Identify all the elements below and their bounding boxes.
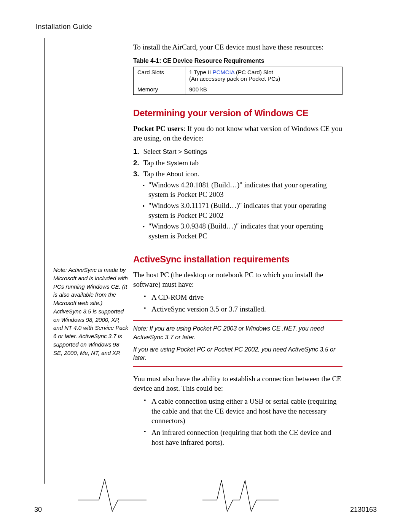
list-item: A cable connection using either a USB or…	[144, 396, 342, 426]
list-item: 2. Tap the System tab	[133, 158, 342, 168]
ui-label: System	[166, 160, 188, 167]
bullet-list: A cable connection using either a USB or…	[133, 396, 342, 447]
text: Tap the	[143, 170, 166, 178]
body-paragraph: You must also have the ability to establ…	[133, 374, 342, 393]
intro-paragraph: To install the AirCard, your CE device m…	[133, 42, 342, 52]
list-item: ActiveSync version 3.5 or 3.7 installed.	[144, 304, 342, 314]
requirements-table: Card Slots 1 Type II PCMCIA (PC Card) Sl…	[133, 67, 342, 95]
table-cell-label: Memory	[134, 84, 185, 94]
header-title: Installation Guide	[36, 23, 377, 31]
text: Tap the	[143, 159, 166, 167]
table-cell-value: 1 Type II PCMCIA (PC Card) Slot (An acce…	[185, 67, 342, 84]
main-content: To install the AirCard, your CE device m…	[133, 42, 342, 447]
note-block: Note: If you are using Pocket PC 2003 or…	[133, 320, 342, 367]
text: Select	[143, 147, 162, 155]
page-footer: 30 2130163	[0, 506, 411, 514]
pcmcia-link[interactable]: PCMCIA	[212, 69, 234, 75]
margin-rule	[44, 38, 45, 484]
doc-number: 2130163	[350, 506, 377, 514]
bullet-list: A CD-ROM drive ActiveSync version 3.5 or…	[133, 292, 342, 314]
sub-list: "Windows 4.20.1081 (Build…)" indicates t…	[133, 180, 342, 241]
table-cell-value: 900 kB	[185, 84, 342, 94]
page-number: 30	[34, 506, 42, 514]
table-cell-label: Card Slots	[134, 67, 185, 84]
list-item: "Windows 3.0.11171 (Build…)" indicates t…	[142, 201, 342, 220]
text-bold: Pocket PC users	[133, 125, 183, 133]
section-heading-determining: Determining your version of Windows CE	[133, 108, 342, 118]
list-item: 1. Select Start > Settings	[133, 146, 342, 157]
ui-label: About	[166, 171, 183, 178]
list-item: "Windows 3.0.9348 (Build…)" indicates th…	[142, 221, 342, 241]
body-paragraph: Pocket PC users: If you do not know what…	[133, 124, 342, 143]
list-item: A CD-ROM drive	[144, 292, 342, 302]
text: icon.	[183, 170, 199, 178]
list-item: 3. Tap the About icon. "Windows 4.20.108…	[133, 169, 342, 241]
body-paragraph: The host PC (the desktop or notebook PC …	[133, 270, 342, 289]
list-item: "Windows 4.20.1081 (Build…)" indicates t…	[142, 180, 342, 200]
table-row: Memory 900 kB	[134, 84, 342, 94]
text: 1 Type II	[189, 69, 212, 75]
section-heading-activesync: ActiveSync installation requirements	[133, 254, 342, 265]
table-caption: Table 4-1: CE Device Resource Requiremen…	[133, 58, 342, 64]
steps-list: 1. Select Start > Settings 2. Tap the Sy…	[133, 146, 342, 241]
side-note: Note: ActiveSync is made by Microsoft an…	[53, 266, 129, 357]
table-row: Card Slots 1 Type II PCMCIA (PC Card) Sl…	[134, 67, 342, 84]
ui-label: Start > Settings	[163, 148, 207, 155]
list-item: An infrared connection (requiring that b…	[144, 428, 342, 447]
text: tab	[188, 159, 199, 167]
note-line: Note: If you are using Pocket PC 2003 or…	[133, 325, 324, 340]
note-line: If you are using Pocket PC or Pocket PC …	[133, 346, 335, 361]
